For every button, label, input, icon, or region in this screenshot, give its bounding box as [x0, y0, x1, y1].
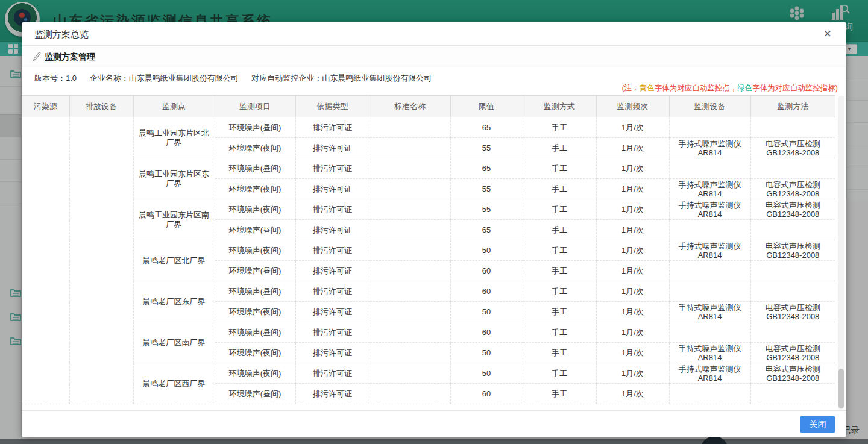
section-header: 监测方案管理 — [22, 46, 846, 67]
frequency-cell: 1月/次 — [596, 158, 669, 179]
frequency-cell: 1月/次 — [596, 384, 669, 404]
column-header: 限值 — [450, 96, 523, 117]
standard-name-cell — [370, 220, 450, 240]
method-cell: 电容式声压检测GB12348-2008 — [750, 179, 835, 199]
basis-type-cell: 排污许可证 — [295, 179, 370, 199]
table-row: 晨鸣工业园东片区南厂界环境噪声(夜间)排污许可证55手工1月/次手持式噪声监测仪… — [22, 199, 835, 220]
method-cell: 电容式声压检测GB12348-2008 — [750, 302, 835, 322]
limit-value-cell: 50 — [450, 240, 523, 261]
monitoring-mode-cell: 手工 — [523, 138, 596, 158]
equipment-cell — [669, 158, 750, 179]
close-button[interactable]: 关闭 — [800, 416, 835, 433]
frequency-cell: 1月/次 — [596, 343, 669, 363]
standard-name-cell — [370, 261, 450, 281]
method-cell: 电容式声压检测GB12348-2008 — [750, 199, 835, 220]
limit-value-cell: 50 — [450, 302, 523, 322]
standard-name-cell — [370, 138, 450, 158]
equipment-cell: 手持式噪声监测仪AR814 — [669, 240, 750, 261]
equipment-cell — [669, 117, 750, 138]
monitoring-item-cell: 环境噪声(昼间) — [215, 261, 295, 281]
company-value: 山东晨鸣纸业集团股份有限公司 — [129, 73, 239, 83]
version-value: 1.0 — [66, 73, 77, 83]
table-scrollbar — [838, 96, 844, 410]
plan-info: 版本号：1.0 企业名称：山东晨鸣纸业集团股份有限公司 对应自动监控企业：山东晨… — [34, 73, 432, 84]
method-cell: 电容式声压检测GB12348-2008 — [750, 138, 835, 158]
limit-value-cell: 55 — [450, 199, 523, 220]
method-cell — [750, 117, 835, 138]
method-cell — [750, 158, 835, 179]
modal-titlebar: 监测方案总览 × — [22, 22, 846, 46]
table-row: 晨鸣老厂区北厂界环境噪声(夜间)排污许可证50手工1月/次手持式噪声监测仪AR8… — [22, 240, 835, 261]
column-header: 监测方法 — [750, 96, 835, 117]
equipment-cell: 手持式噪声监测仪AR814 — [669, 302, 750, 322]
limit-value-cell: 50 — [450, 363, 523, 384]
table-row: 晨鸣老厂区南厂界环境噪声(昼间)排污许可证60手工1月/次 — [22, 322, 835, 343]
basis-type-cell: 排污许可证 — [295, 384, 370, 404]
limit-value-cell: 60 — [450, 261, 523, 281]
monitoring-point-cell: 晨鸣老厂区东厂界 — [133, 281, 215, 322]
column-header: 监测频次 — [596, 96, 669, 117]
table-row: 晨鸣老厂区东厂界环境噪声(昼间)排污许可证60手工1月/次 — [22, 281, 835, 302]
note-yellow-word: 黄色 — [640, 84, 655, 92]
basis-type-cell: 排污许可证 — [295, 343, 370, 363]
note-red-text: 字体为对应自动监控指标) — [752, 84, 838, 92]
auto-company-value: 山东晨鸣纸业集团股份有限公司 — [322, 73, 432, 83]
frequency-cell: 1月/次 — [596, 117, 669, 138]
frequency-cell: 1月/次 — [596, 220, 669, 240]
company-label: 企业名称： — [90, 73, 129, 83]
emission-device-cell — [69, 117, 133, 404]
basis-type-cell: 排污许可证 — [295, 158, 370, 179]
close-icon[interactable]: × — [820, 26, 835, 42]
modal-footer: 关闭 — [22, 410, 846, 437]
screen: 山东省污染源监测信息共享系统 询 — [0, 0, 868, 444]
monitoring-mode-cell: 手工 — [523, 281, 596, 302]
limit-value-cell: 60 — [450, 322, 523, 343]
equipment-cell: 手持式噪声监测仪AR814 — [669, 138, 750, 158]
monitoring-table: 污染源排放设备监测点监测项目依据类型标准名称限值监测方式监测频次监测设备监测方法… — [22, 95, 835, 404]
monitoring-item-cell: 环境噪声(昼间) — [215, 117, 295, 138]
equipment-cell: 手持式噪声监测仪AR814 — [669, 199, 750, 220]
limit-value-cell: 55 — [450, 179, 523, 199]
color-legend-note: (注：黄色字体为对应自动监控点，绿色字体为对应自动监控指标) — [622, 83, 838, 93]
scrollbar-thumb[interactable] — [838, 369, 844, 408]
monitoring-point-cell: 晨鸣工业园东片区北厂界 — [133, 117, 215, 158]
standard-name-cell — [370, 302, 450, 322]
standard-name-cell — [370, 240, 450, 261]
column-header: 排放设备 — [69, 96, 133, 117]
limit-value-cell: 50 — [450, 343, 523, 363]
column-header: 监测点 — [133, 96, 215, 117]
standard-name-cell — [370, 158, 450, 179]
basis-type-cell: 排污许可证 — [295, 220, 370, 240]
monitoring-mode-cell: 手工 — [523, 322, 596, 343]
basis-type-cell: 排污许可证 — [295, 261, 370, 281]
standard-name-cell — [370, 179, 450, 199]
equipment-cell — [669, 322, 750, 343]
limit-value-cell: 65 — [450, 158, 523, 179]
table-row: 晨鸣工业园东片区东厂界环境噪声(昼间)排污许可证65手工1月/次 — [22, 158, 835, 179]
basis-type-cell: 排污许可证 — [295, 363, 370, 384]
frequency-cell: 1月/次 — [596, 261, 669, 281]
monitoring-item-cell: 环境噪声(夜间) — [215, 179, 295, 199]
monitoring-mode-cell: 手工 — [523, 199, 596, 220]
modal-title: 监测方案总览 — [34, 29, 89, 40]
frequency-cell: 1月/次 — [596, 199, 669, 220]
method-cell: 电容式声压检测GB12348-2008 — [750, 343, 835, 363]
monitoring-point-cell: 晨鸣工业园东片区南厂界 — [133, 199, 215, 240]
method-cell — [750, 322, 835, 343]
basis-type-cell: 排污许可证 — [295, 199, 370, 220]
limit-value-cell: 60 — [450, 384, 523, 404]
section-title: 监测方案管理 — [45, 52, 95, 63]
monitoring-item-cell: 环境噪声(夜间) — [215, 138, 295, 158]
table-header-row: 污染源排放设备监测点监测项目依据类型标准名称限值监测方式监测频次监测设备监测方法 — [22, 96, 835, 117]
limit-value-cell: 65 — [450, 117, 523, 138]
frequency-cell: 1月/次 — [596, 240, 669, 261]
standard-name-cell — [370, 322, 450, 343]
pollution-source-cell — [22, 117, 69, 404]
standard-name-cell — [370, 199, 450, 220]
basis-type-cell: 排污许可证 — [295, 281, 370, 302]
method-cell: 电容式声压检测GB12348-2008 — [750, 240, 835, 261]
monitoring-mode-cell: 手工 — [523, 240, 596, 261]
method-cell — [750, 261, 835, 281]
monitoring-point-cell: 晨鸣工业园东片区东厂界 — [133, 158, 215, 199]
equipment-cell: 手持式噪声监测仪AR814 — [669, 179, 750, 199]
